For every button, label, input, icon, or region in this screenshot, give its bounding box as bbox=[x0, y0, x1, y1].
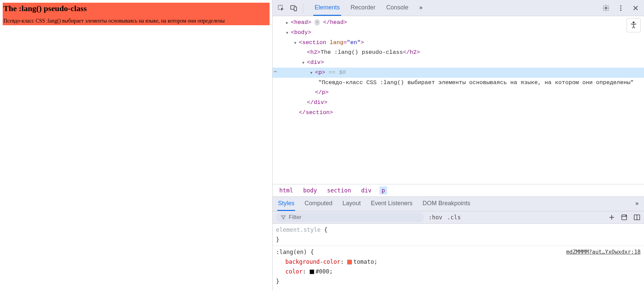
svg-point-9 bbox=[626, 215, 627, 216]
ellipsis-icon[interactable]: ⋯ bbox=[315, 19, 320, 26]
filter-placeholder: Filter bbox=[289, 214, 301, 221]
device-preview-icon[interactable] bbox=[620, 214, 628, 221]
new-style-rule-icon[interactable] bbox=[608, 214, 615, 221]
inspect-icon[interactable] bbox=[275, 2, 287, 14]
svg-point-7 bbox=[633, 22, 634, 23]
crumb-p[interactable]: p bbox=[379, 186, 387, 194]
cls-toggle[interactable]: .cls bbox=[447, 214, 461, 221]
demo-section: The :lang() pseudo-class Псевдо-класс CS… bbox=[3, 3, 270, 25]
rendered-page: The :lang() pseudo-class Псевдо-класс CS… bbox=[0, 0, 272, 291]
tab-elements[interactable]: Elements bbox=[313, 0, 341, 16]
gear-icon[interactable] bbox=[600, 2, 612, 14]
dom-body[interactable]: <body> bbox=[273, 28, 644, 38]
device-toggle-icon[interactable] bbox=[288, 2, 299, 14]
tabs-overflow[interactable]: » bbox=[418, 0, 424, 16]
styles-filter-input[interactable]: Filter bbox=[276, 213, 424, 222]
color-swatch-black[interactable] bbox=[310, 269, 314, 274]
dom-section[interactable]: <section lang="en"> bbox=[273, 38, 644, 48]
divider bbox=[303, 3, 303, 13]
svg-rect-2 bbox=[294, 7, 296, 11]
page-heading: The :lang() pseudo-class bbox=[3, 3, 269, 13]
dom-p-text[interactable]: "Псевдо-класс CSS :lang() выбирает элеме… bbox=[273, 78, 644, 88]
page-paragraph: Псевдо-класс CSS :lang() выбирает элемен… bbox=[3, 18, 269, 24]
styles-pane[interactable]: element.style { } mdZMMMM?aut…YxOwxdxr:1… bbox=[273, 224, 644, 291]
tab-console[interactable]: Console bbox=[385, 0, 410, 16]
crumb-body[interactable]: body bbox=[301, 186, 319, 194]
svg-point-6 bbox=[620, 9, 621, 11]
element-style-rule[interactable]: element.style { } bbox=[276, 225, 641, 245]
styles-subtabs: Styles Computed Layout Event Listeners D… bbox=[273, 196, 644, 211]
dom-p-close[interactable]: </p> bbox=[273, 87, 644, 98]
dom-head[interactable]: <head> ⋯ </head> bbox=[273, 17, 644, 28]
hov-toggle[interactable]: :hov bbox=[429, 214, 442, 221]
dom-tree[interactable]: <head> ⋯ </head> <body> <section lang="e… bbox=[273, 16, 644, 184]
styles-toolbar: Filter :hov .cls bbox=[273, 211, 644, 224]
devtools-top-tabs: Elements Recorder Console » bbox=[313, 0, 599, 16]
svg-point-5 bbox=[620, 7, 621, 9]
divider bbox=[273, 246, 644, 246]
svg-point-3 bbox=[605, 7, 607, 9]
dom-div[interactable]: <div> bbox=[273, 58, 644, 68]
dom-h2[interactable]: <h2>The :lang() pseudo-class</h2> bbox=[273, 47, 644, 58]
crumb-html[interactable]: html bbox=[277, 186, 295, 194]
kebab-icon[interactable] bbox=[615, 2, 627, 14]
rule-source-link[interactable]: mdZMMMM?aut…YxOwxdxr:18 bbox=[566, 247, 641, 256]
dom-div-close[interactable]: </div> bbox=[273, 98, 644, 108]
crumb-div[interactable]: div bbox=[359, 186, 374, 194]
crumb-section[interactable]: section bbox=[325, 186, 353, 194]
subtab-layout[interactable]: Layout bbox=[342, 197, 361, 211]
row-actions-icon[interactable]: ⋯ bbox=[274, 68, 277, 76]
accessibility-icon[interactable] bbox=[627, 18, 641, 32]
subtab-styles[interactable]: Styles bbox=[277, 197, 295, 211]
breadcrumb: html body section div p bbox=[273, 184, 644, 196]
dom-section-close[interactable]: </section> bbox=[273, 108, 644, 118]
lang-en-rule[interactable]: mdZMMMM?aut…YxOwxdxr:18 :lang(en) { back… bbox=[276, 247, 641, 286]
computed-toggle-icon[interactable] bbox=[633, 214, 641, 221]
svg-point-4 bbox=[620, 5, 621, 6]
color-swatch-tomato[interactable] bbox=[347, 260, 352, 264]
devtools-panel: Elements Recorder Console » bbox=[272, 0, 644, 291]
devtools-toolbar: Elements Recorder Console » bbox=[273, 0, 644, 16]
dom-p-open[interactable]: ⋯ <p> == $0 bbox=[273, 68, 644, 78]
subtabs-overflow[interactable]: » bbox=[635, 197, 639, 211]
close-icon[interactable] bbox=[630, 2, 641, 14]
subtab-event-listeners[interactable]: Event Listeners bbox=[370, 197, 413, 211]
tab-recorder[interactable]: Recorder bbox=[349, 0, 377, 16]
subtab-computed[interactable]: Computed bbox=[304, 197, 333, 211]
subtab-dom-breakpoints[interactable]: DOM Breakpoints bbox=[422, 197, 471, 211]
filter-icon bbox=[281, 215, 286, 220]
